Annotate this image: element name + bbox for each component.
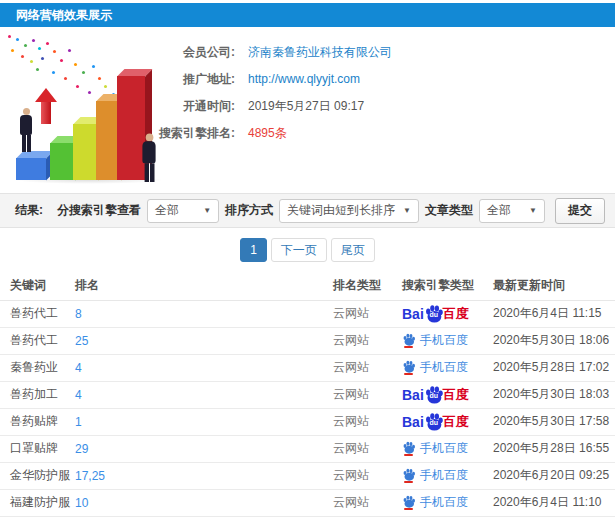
updated-cell: 2020年5月28日 17:02 [485, 354, 615, 381]
chevron-down-icon: ▼ [203, 206, 211, 215]
baidu-logo: Bai du 百度 [402, 412, 469, 431]
header-engine-type: 搜索引擎类型 [390, 272, 485, 300]
promo-url-link[interactable]: http://www.qlyyjt.com [235, 66, 360, 93]
engine-cell: Bai du 百度 [390, 408, 485, 435]
rank-link[interactable]: 8 [75, 300, 333, 327]
engine-filter-label: 分搜索引擎查看 [57, 202, 141, 219]
keyword-cell [0, 516, 75, 520]
baidu-logo: Bai du 百度 [402, 304, 469, 323]
rank-link[interactable]: 10 [75, 489, 333, 516]
keyword-cell: 兽药加工 [0, 381, 75, 408]
rank-link[interactable]: 17,25 [75, 462, 333, 489]
updated-cell: 2020年5月30日 18:06 [485, 327, 615, 354]
table-row: 兽药贴牌 1 云网站 Bai du 百度 [0, 408, 615, 435]
updated-cell: 2020年6月20日 09:25 [485, 462, 615, 489]
rank-link[interactable] [75, 516, 333, 520]
member-company-row: 会员公司: 济南秦鲁药业科技有限公司 [0, 39, 392, 66]
mobile-baidu-label: 手机百度 [420, 496, 468, 508]
mobile-baidu-logo: 手机百度 [402, 441, 468, 456]
baidu-logo-du-text: du [430, 392, 439, 399]
rank-type-cell: 云网站 [333, 327, 390, 354]
baidu-logo-cn-text: 百度 [443, 415, 469, 428]
results-label: 结果: [15, 202, 43, 219]
keyword-cell: 口罩贴牌 [0, 435, 75, 462]
engine-cell: Bai du 百度 [390, 489, 485, 516]
window-title: 网络营销效果展示 [0, 3, 615, 27]
baidu-logo-du-text: du [430, 311, 439, 318]
chevron-down-icon: ▼ [403, 206, 411, 215]
table-row: 兽药加工 4 云网站 Bai du 百度 [0, 381, 615, 408]
article-type-filter-value: 全部 [487, 202, 511, 219]
rank-type-cell: 云网站 [333, 381, 390, 408]
sort-filter-select[interactable]: 关键词由短到长排序 ▼ [279, 199, 419, 223]
table-row: 兽药代工 8 云网站 Bai du 百度 [0, 300, 615, 327]
rank-type-cell: 云网站 [333, 300, 390, 327]
rank-link[interactable]: 4 [75, 354, 333, 381]
promo-url-row: 推广地址: http://www.qlyyjt.com [0, 66, 392, 93]
engine-cell: Bai du 百度 [390, 462, 485, 489]
updated-cell: 2020年5月30日 18:03 [485, 381, 615, 408]
mobile-baidu-logo: 手机百度 [402, 360, 468, 375]
mobile-baidu-underline [404, 454, 413, 456]
submit-button[interactable]: 提交 [555, 198, 605, 224]
page-button-1[interactable]: 1 [240, 238, 267, 262]
last-page-button[interactable]: 尾页 [331, 238, 375, 262]
mobile-baidu-underline [404, 481, 413, 483]
mobile-baidu-paw-icon [402, 495, 416, 510]
filter-controls: 分搜索引擎查看 全部 ▼ 排序方式 关键词由短到长排序 ▼ 文章类型 全部 ▼ … [57, 198, 605, 224]
header-rank-type: 排名类型 [333, 272, 390, 300]
mobile-baidu-logo: 手机百度 [402, 333, 468, 348]
updated-cell: 2020年6月4日 11:15 [485, 300, 615, 327]
baidu-logo-bai-text: Bai [402, 307, 424, 321]
table-row: 秦鲁药业 4 云网站 Bai du 百度 [0, 354, 615, 381]
updated-cell: 2020年6月4日 11:10 [485, 489, 615, 516]
baidu-logo-bai-text: Bai [402, 388, 424, 402]
open-time-row: 开通时间: 2019年5月27日 09:17 [0, 93, 392, 120]
engine-cell: Bai du 百度 [390, 516, 485, 520]
article-type-filter-select[interactable]: 全部 ▼ [479, 199, 545, 223]
header-rank: 排名 [75, 272, 333, 300]
keyword-cell: 兽药代工 [0, 300, 75, 327]
mobile-baidu-underline [404, 508, 413, 510]
keyword-cell: 兽药贴牌 [0, 408, 75, 435]
page-title: 网络营销效果展示 [16, 8, 112, 22]
baidu-logo-bai-text: Bai [402, 415, 424, 429]
engine-cell: Bai du 百度 [390, 381, 485, 408]
updated-cell: 2020年5月28日 16:55 [485, 435, 615, 462]
mobile-baidu-paw-icon [402, 441, 416, 456]
open-time-value: 2019年5月27日 09:17 [235, 93, 364, 120]
updated-cell [485, 516, 615, 520]
chart-bar-green [50, 143, 75, 180]
engine-cell: Bai du 百度 [390, 354, 485, 381]
table-row: 口罩贴牌 29 云网站 Bai du 百度 [0, 435, 615, 462]
rank-type-cell: 云网站 [333, 489, 390, 516]
member-company-label: 会员公司: [0, 39, 235, 66]
ranking-count-value: 4895条 [235, 120, 287, 147]
table-row: 福建防护服 10 云网站 Bai du 百度 [0, 489, 615, 516]
table-header-row: 关键词 排名 排名类型 搜索引擎类型 最新更新时间 [0, 272, 615, 300]
rank-link[interactable]: 25 [75, 327, 333, 354]
confetti-dots [8, 35, 11, 38]
updated-cell: 2020年5月30日 17:58 [485, 408, 615, 435]
rank-link[interactable]: 1 [75, 408, 333, 435]
keyword-cell: 秦鲁药业 [0, 354, 75, 381]
baidu-logo-du-text: du [430, 419, 439, 426]
sort-filter-label: 排序方式 [225, 202, 273, 219]
engine-cell: Bai du 百度 [390, 300, 485, 327]
header-updated: 最新更新时间 [485, 272, 615, 300]
member-company-link[interactable]: 济南秦鲁药业科技有限公司 [235, 39, 392, 66]
header-keyword: 关键词 [0, 272, 75, 300]
baidu-logo-cn-text: 百度 [443, 307, 469, 320]
rank-link[interactable]: 29 [75, 435, 333, 462]
rank-type-cell: 云网站 [333, 462, 390, 489]
keyword-cell: 金华防护服 [0, 462, 75, 489]
pagination: 1 下一页 尾页 [0, 228, 615, 272]
mobile-baidu-paw-icon [402, 333, 416, 348]
rank-link[interactable]: 4 [75, 381, 333, 408]
ranking-count-label: 搜索引擎排名: [0, 120, 235, 147]
chart-bar-blue [16, 158, 46, 180]
mobile-baidu-logo: 手机百度 [402, 495, 468, 510]
next-page-button[interactable]: 下一页 [271, 238, 327, 262]
account-info-list: 会员公司: 济南秦鲁药业科技有限公司 推广地址: http://www.qlyy… [0, 39, 392, 147]
engine-filter-select[interactable]: 全部 ▼ [147, 199, 219, 223]
